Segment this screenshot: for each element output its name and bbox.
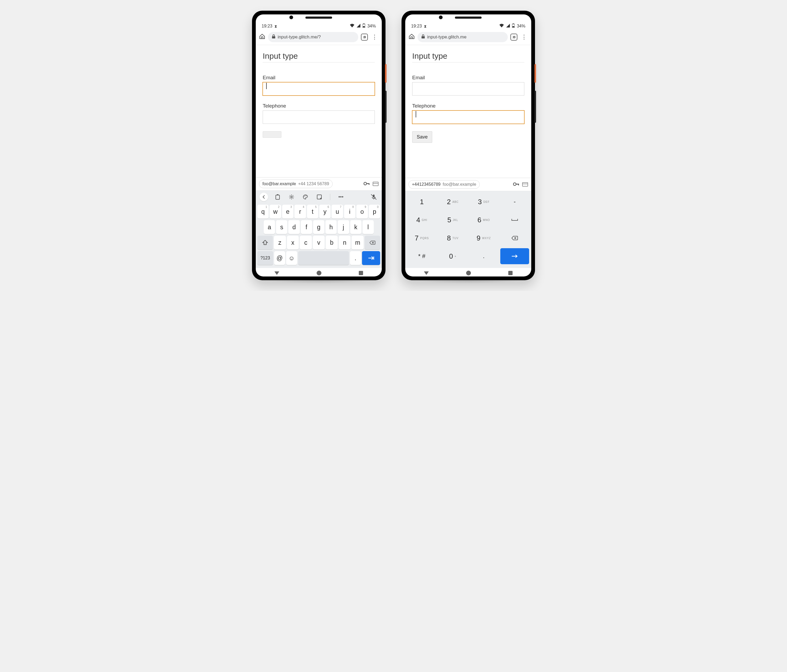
power-button[interactable] [534, 64, 536, 83]
save-button-clipped[interactable] [263, 131, 281, 138]
key-i[interactable]: i8 [344, 205, 355, 219]
key-k[interactable]: k [350, 220, 362, 234]
key-4[interactable]: 4GHI [408, 212, 436, 228]
save-button[interactable]: Save [412, 131, 432, 143]
key-9[interactable]: 9WXYZ [469, 230, 498, 246]
key-p[interactable]: p0 [369, 205, 380, 219]
address-bar[interactable]: input-type.glitch.me [417, 32, 508, 42]
key-1[interactable]: 1 [408, 194, 436, 210]
sticker-icon[interactable] [315, 193, 324, 201]
nav-recents-icon[interactable] [508, 271, 512, 275]
address-bar[interactable]: input-type.glitch.me/? [268, 32, 358, 42]
key-w[interactable]: w2 [270, 205, 281, 219]
key-sym[interactable]: . [469, 248, 498, 264]
autofill-suggestion[interactable]: +44123456789 foo@bar.example [408, 180, 480, 189]
nav-home-icon[interactable] [317, 271, 321, 275]
space-key[interactable] [500, 212, 529, 228]
key-0[interactable]: 0+ [438, 248, 467, 264]
page-title: Input type [412, 52, 524, 62]
home-icon[interactable] [259, 33, 265, 41]
phone-left: 19:23 ⧗ 34% input-type.glitch.me/? :D [252, 11, 386, 280]
power-button[interactable] [385, 64, 387, 83]
key-y[interactable]: y6 [319, 205, 330, 219]
palette-icon[interactable] [301, 193, 310, 201]
key-m[interactable]: m [352, 236, 363, 249]
key-6[interactable]: 6MNO [469, 212, 498, 228]
key-3[interactable]: 3DEF [469, 194, 498, 210]
payment-card-icon[interactable] [522, 182, 528, 186]
key-v[interactable]: v [313, 236, 325, 249]
shift-key[interactable] [258, 236, 273, 249]
home-icon[interactable] [408, 33, 415, 41]
svg-rect-2 [363, 26, 365, 27]
key-o[interactable]: o9 [356, 205, 368, 219]
email-field[interactable] [263, 82, 375, 96]
enter-key[interactable] [500, 248, 529, 264]
key-icon[interactable] [513, 181, 520, 188]
key-sym[interactable]: - [500, 194, 529, 210]
lock-icon [272, 35, 275, 40]
key-s[interactable]: s [276, 220, 287, 234]
key-at[interactable]: @ [274, 251, 285, 265]
mic-muted-icon[interactable] [370, 193, 378, 201]
gear-icon[interactable] [287, 193, 296, 201]
tabs-button[interactable]: :D [510, 34, 517, 41]
autofill-suggestion[interactable]: foo@bar.example +44 1234 56789 [259, 180, 333, 188]
tabs-button[interactable]: :D [361, 34, 368, 41]
key-n[interactable]: n [339, 236, 351, 249]
key-sym[interactable]: * # [408, 248, 436, 264]
volume-button[interactable] [385, 91, 387, 123]
key-q[interactable]: q1 [258, 205, 269, 219]
key-j[interactable]: j [338, 220, 349, 234]
key-h[interactable]: h [326, 220, 337, 234]
nav-back-icon[interactable] [424, 271, 429, 275]
battery-pct: 34% [517, 24, 525, 28]
more-horizontal-icon[interactable]: ••• [337, 193, 345, 201]
key-d[interactable]: d [288, 220, 300, 234]
enter-key[interactable] [362, 251, 380, 265]
svg-rect-3 [272, 36, 275, 38]
payment-card-icon[interactable] [373, 182, 379, 186]
key-c[interactable]: c [300, 236, 312, 249]
browser-toolbar: input-type.glitch.me :D ⋮ [405, 30, 531, 45]
key-e[interactable]: e3 [282, 205, 293, 219]
overflow-menu-icon[interactable]: ⋮ [520, 34, 528, 41]
key-b[interactable]: b [326, 236, 338, 249]
svg-rect-14 [373, 194, 375, 197]
svg-rect-22 [518, 184, 519, 185]
key-dot[interactable]: . [350, 251, 361, 265]
volume-button[interactable] [534, 91, 536, 123]
key-r[interactable]: r4 [294, 205, 306, 219]
symbols-key[interactable]: ?123 [258, 251, 273, 265]
overflow-menu-icon[interactable]: ⋮ [371, 34, 379, 41]
key-a[interactable]: a [264, 220, 275, 234]
emoji-key[interactable]: ☺ [286, 251, 297, 265]
key-t[interactable]: t5 [307, 205, 318, 219]
key-l[interactable]: l [362, 220, 374, 234]
clipboard-icon[interactable] [273, 193, 282, 201]
key-8[interactable]: 8TUV [438, 230, 467, 246]
nav-home-icon[interactable] [466, 271, 471, 275]
space-key[interactable] [298, 251, 349, 265]
nav-back-icon[interactable] [275, 271, 279, 275]
email-label: Email [263, 75, 375, 80]
backspace-key[interactable] [365, 236, 380, 249]
key-7[interactable]: 7PQRS [408, 230, 436, 246]
chevron-left-icon[interactable] [259, 193, 268, 201]
key-f[interactable]: f [301, 220, 312, 234]
key-g[interactable]: g [313, 220, 324, 234]
nav-recents-icon[interactable] [359, 271, 363, 275]
backspace-key[interactable] [500, 230, 529, 246]
key-x[interactable]: x [287, 236, 299, 249]
key-5[interactable]: 5JKL [438, 212, 467, 228]
key-icon[interactable] [363, 181, 370, 187]
page-content: Input type Email Telephone Save [405, 45, 531, 178]
email-field[interactable] [412, 82, 524, 96]
telephone-field[interactable] [263, 110, 375, 124]
telephone-field[interactable] [412, 110, 524, 124]
key-z[interactable]: z [274, 236, 286, 249]
clock: 19:23 [411, 24, 422, 28]
key-u[interactable]: u7 [332, 205, 343, 219]
svg-rect-18 [512, 26, 514, 27]
key-2[interactable]: 2ABC [438, 194, 467, 210]
